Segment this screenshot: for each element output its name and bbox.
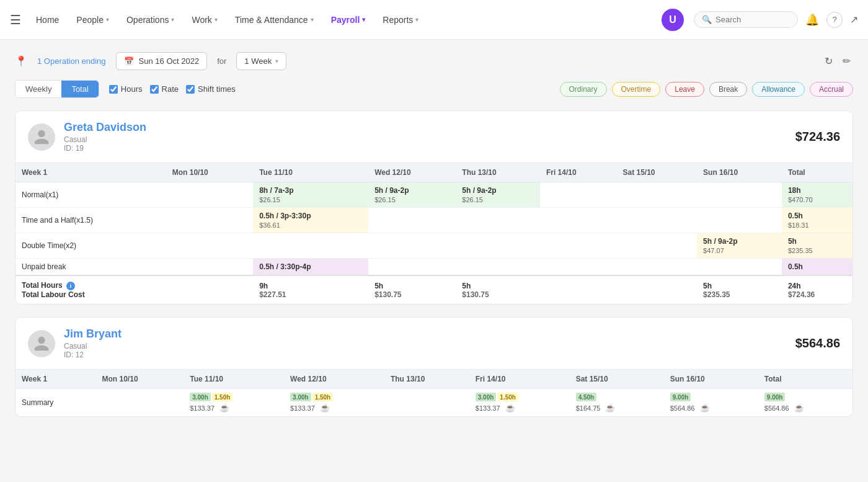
edit-button[interactable]: ✏ <box>840 53 853 69</box>
col-week: Week 1 <box>16 370 96 389</box>
total-mon <box>166 275 253 304</box>
row-label: Summary <box>16 389 96 417</box>
nav-home[interactable]: Home <box>29 10 66 30</box>
row-label: Double Time(x2) <box>16 233 166 259</box>
cell-total: 18h $470.70 <box>782 182 852 208</box>
col-mon: Mon 10/10 <box>96 370 184 389</box>
person-header-jim: Jim Bryant Casual ID: 12 $564.86 <box>16 318 852 369</box>
cell-tue: 0.5h / 3:30p-4p <box>253 259 368 276</box>
date-input[interactable]: 📅 Sun 16 Oct 2022 <box>116 52 208 70</box>
legend-ordinary[interactable]: Ordinary <box>560 82 607 97</box>
toolbar: 📍 1 Operation ending 📅 Sun 16 Oct 2022 f… <box>15 52 853 70</box>
col-thu: Thu 13/10 <box>384 370 469 389</box>
search-box[interactable]: 🔍 <box>694 11 798 28</box>
nav-people[interactable]: People ▾ <box>69 10 117 30</box>
total-wed: 5h $130.75 <box>368 275 456 304</box>
period-select[interactable]: 1 Week ▾ <box>236 52 286 70</box>
cell-mon <box>166 182 253 208</box>
total-toggle[interactable]: Total <box>61 81 98 97</box>
chevron-down-icon: ▾ <box>275 58 278 65</box>
nav-items: Home People ▾ Operations ▾ Work ▾ Time &… <box>29 10 652 30</box>
total-tue: 9h $227.51 <box>253 275 368 304</box>
hours-checkbox[interactable]: Hours <box>109 84 143 94</box>
col-total: Total <box>758 370 852 389</box>
for-label: for <box>217 56 226 66</box>
legend-allowance[interactable]: Allowance <box>752 82 805 97</box>
col-week: Week 1 <box>16 163 166 182</box>
view-toggle: Weekly Total <box>15 80 99 98</box>
col-sat: Sat 15/10 <box>570 370 664 389</box>
person-name-greta[interactable]: Greta Davidson <box>64 121 787 134</box>
nav-people-label: People <box>76 15 104 25</box>
toolbar-actions: ↻ ✏ <box>822 53 853 69</box>
cell-fri <box>540 182 617 208</box>
chevron-down-icon: ▾ <box>311 16 314 23</box>
nav-time-label: Time & Attendance <box>235 15 308 25</box>
nav-work[interactable]: Work ▾ <box>184 10 224 30</box>
table-row: Normal(x1) 8h / 7a-3p $26.15 5h / 9a-2p … <box>16 182 852 208</box>
location-icon: 📍 <box>15 55 27 67</box>
legend-accrual[interactable]: Accrual <box>810 82 853 97</box>
nav-operations[interactable]: Operations ▾ <box>119 10 182 30</box>
table-row: Time and a Half(x1.5) 0.5h / 3p-3:30p $3… <box>16 208 852 233</box>
notification-icon[interactable]: 🔔 <box>805 13 819 27</box>
cell-sat <box>617 208 698 233</box>
legend-break[interactable]: Break <box>709 82 747 97</box>
cell-tue: 8h / 7a-3p $26.15 <box>253 182 368 208</box>
rate-checkbox[interactable]: Rate <box>150 84 179 94</box>
cell-sat <box>617 182 698 208</box>
cell-sat <box>617 259 698 276</box>
row-label: Unpaid break <box>16 259 166 276</box>
cell-fri <box>540 259 617 276</box>
nav-work-label: Work <box>192 15 211 25</box>
search-input[interactable] <box>715 15 790 24</box>
info-icon[interactable]: i <box>66 282 75 290</box>
nav-payroll[interactable]: Payroll ▾ <box>324 10 373 30</box>
user-exit-icon[interactable]: ↗ <box>850 14 858 25</box>
person-header-greta: Greta Davidson Casual ID: 19 $724.36 <box>16 111 852 163</box>
person-employment-greta: Casual ID: 19 <box>64 135 787 153</box>
cell-sun <box>697 182 782 208</box>
chevron-down-icon: ▾ <box>171 16 174 23</box>
nav-right: 🔍 🔔 ? ↗ <box>694 11 858 28</box>
col-tue: Tue 11/10 <box>184 370 284 389</box>
legend-overtime[interactable]: Overtime <box>612 82 661 97</box>
operation-link[interactable]: 1 Operation ending <box>37 56 106 66</box>
cell-wed <box>368 208 456 233</box>
cell-total: 9.00h $564.86 ☕ <box>758 389 852 417</box>
col-tue: Tue 11/10 <box>253 163 368 182</box>
legend-leave[interactable]: Leave <box>665 82 704 97</box>
person-card-jim: Jim Bryant Casual ID: 12 $564.86 Week 1 … <box>15 317 853 417</box>
person-info-greta: Greta Davidson Casual ID: 19 <box>64 121 787 153</box>
cell-thu: 5h / 9a-2p $26.15 <box>456 182 540 208</box>
total-thu: 5h $130.75 <box>456 275 540 304</box>
cell-wed <box>368 233 456 259</box>
person-total-jim: $564.86 <box>795 336 840 350</box>
avatar-jim <box>28 330 55 357</box>
nav-time-attendance[interactable]: Time & Attendance ▾ <box>228 10 321 30</box>
weekly-toggle[interactable]: Weekly <box>16 81 61 97</box>
nav-reports[interactable]: Reports ▾ <box>375 10 426 30</box>
help-icon[interactable]: ? <box>826 12 843 28</box>
cell-wed <box>368 259 456 276</box>
col-fri: Fri 14/10 <box>469 370 570 389</box>
cell-wed: 5h / 9a-2p $26.15 <box>368 182 456 208</box>
col-sun: Sun 16/10 <box>664 370 758 389</box>
cell-total: 0.5h $18.31 <box>782 208 852 233</box>
cell-sun: 5h / 9a-2p $47.07 <box>697 233 782 259</box>
period-value: 1 Week <box>244 56 272 66</box>
hamburger-icon[interactable]: ☰ <box>10 12 21 27</box>
cell-thu <box>456 208 540 233</box>
chevron-down-icon: ▾ <box>415 16 418 23</box>
total-total: 24h $724.36 <box>782 275 852 304</box>
col-sun: Sun 16/10 <box>697 163 782 182</box>
refresh-button[interactable]: ↻ <box>822 53 835 69</box>
navbar: ☰ Home People ▾ Operations ▾ Work ▾ Time… <box>0 0 868 40</box>
cell-sat <box>617 233 698 259</box>
total-sat <box>617 275 698 304</box>
shift-times-checkbox[interactable]: Shift times <box>186 84 236 94</box>
nav-reports-label: Reports <box>383 15 413 25</box>
person-name-jim[interactable]: Jim Bryant <box>64 328 787 341</box>
cell-mon <box>166 233 253 259</box>
total-sun: 5h $235.35 <box>697 275 782 304</box>
